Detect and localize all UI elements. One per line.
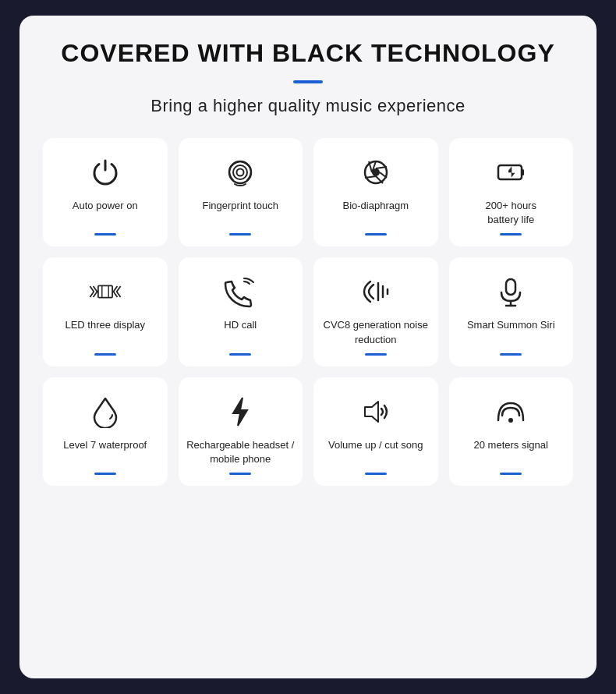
power-icon: [89, 154, 122, 191]
led-icon: [89, 273, 122, 310]
feature-underline: [94, 233, 116, 235]
feature-label: 200+ hoursbattery life: [486, 199, 536, 227]
feature-underline: [229, 473, 251, 475]
main-title: COVERED WITH BLACK TECHNOLOGY: [61, 39, 554, 68]
feature-label: HD call: [224, 318, 257, 332]
feature-label: Fingerprint touch: [202, 199, 278, 213]
features-grid: Auto power on Fingerprint touch: [43, 138, 573, 486]
feature-label: Smart Summon Siri: [467, 318, 555, 332]
feature-volume: Volume up / cut song: [313, 377, 438, 486]
feature-label: Bio-diaphragm: [342, 199, 409, 213]
noise-icon: [359, 273, 392, 310]
fingerprint-icon: [224, 154, 257, 191]
signal-icon: [494, 393, 527, 430]
volume-icon: [359, 393, 392, 430]
feature-label: Level 7 waterproof: [63, 438, 147, 452]
subtitle: Bring a higher quality music experience: [150, 96, 465, 116]
feature-hd-call: HD call: [179, 257, 303, 366]
main-card: COVERED WITH BLACK TECHNOLOGY Bring a hi…: [19, 16, 597, 678]
feature-battery-life: 200+ hoursbattery life: [449, 138, 574, 246]
svg-rect-19: [506, 279, 515, 295]
svg-point-24: [508, 418, 513, 423]
feature-label: LED three display: [65, 318, 145, 332]
svg-rect-13: [98, 286, 112, 298]
feature-rechargeable: Rechargeable headset / mobile phone: [179, 377, 303, 486]
feature-label: 20 meters signal: [474, 438, 548, 452]
aperture-icon: [359, 154, 392, 191]
battery-icon: [494, 154, 527, 191]
feature-underline: [365, 473, 387, 475]
feature-auto-power-on: Auto power on: [43, 138, 168, 246]
phone-icon: [224, 273, 257, 310]
svg-marker-23: [365, 402, 378, 422]
blue-divider: [293, 80, 323, 83]
feature-underline: [500, 353, 522, 356]
feature-label: Rechargeable headset / mobile phone: [186, 438, 296, 466]
svg-point-1: [233, 165, 247, 179]
feature-fingerprint-touch: Fingerprint touch: [179, 138, 303, 246]
feature-underline: [365, 233, 387, 235]
feature-underline: [500, 233, 522, 235]
feature-underline: [94, 473, 116, 475]
feature-led-display: LED three display: [43, 257, 168, 366]
feature-label: CVC8 generation noise reduction: [321, 318, 430, 346]
feature-underline: [94, 353, 116, 356]
bolt-icon: [224, 393, 257, 430]
feature-underline: [229, 353, 251, 356]
feature-noise-reduction: CVC8 generation noise reduction: [313, 257, 438, 366]
svg-point-2: [237, 169, 244, 176]
feature-underline: [365, 353, 387, 356]
feature-signal: 20 meters signal: [449, 377, 574, 486]
water-icon: [89, 393, 122, 430]
mic-icon: [494, 273, 527, 310]
feature-underline: [229, 233, 251, 235]
feature-underline: [500, 473, 522, 475]
feature-label: Auto power on: [73, 199, 138, 213]
feature-waterproof: Level 7 waterproof: [43, 377, 168, 486]
feature-smart-summon: Smart Summon Siri: [449, 257, 574, 366]
svg-marker-22: [233, 398, 247, 426]
svg-rect-12: [522, 169, 524, 175]
feature-label: Volume up / cut song: [328, 438, 423, 452]
feature-bio-diaphragm: Bio-diaphragm: [313, 138, 438, 246]
